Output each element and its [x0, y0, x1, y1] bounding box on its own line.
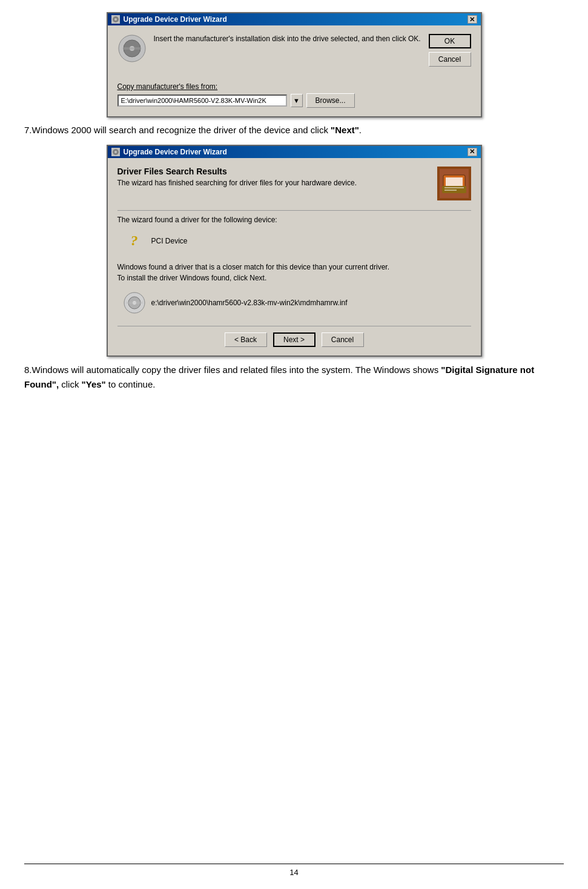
- svg-point-9: [114, 151, 117, 153]
- driver-file-row: e:\driver\win2000\hamr5600-v2.83k-mv-win…: [124, 292, 471, 314]
- dialog1-title-text: Upgrade Device Driver Wizard: [124, 15, 227, 24]
- cancel-button-2[interactable]: Cancel: [322, 332, 364, 347]
- step7-text: 7.Windows 2000 will search and recognize…: [24, 124, 564, 137]
- disk-icon: [117, 34, 147, 63]
- step7-highlight: "Next": [331, 125, 359, 135]
- step8-text-after: to continue.: [106, 379, 156, 389]
- page-footer: 14: [24, 864, 564, 877]
- copy-label-text: Copy manufacturer's files from:: [117, 82, 421, 91]
- driver-match-text: Windows found a driver that is a closer …: [117, 262, 471, 283]
- svg-rect-13: [446, 177, 463, 186]
- driver-results-title: Driver Files Search Results: [117, 167, 357, 176]
- copy-path-input[interactable]: [117, 94, 287, 107]
- step7-text-after: .: [359, 125, 362, 135]
- dialog1-content: Insert the manufacturer's installation d…: [117, 34, 471, 108]
- dialog2-header: Driver Files Search Results The wizard h…: [117, 167, 471, 200]
- step7-text-before: 7.Windows 2000 will search and recognize…: [24, 125, 331, 135]
- svg-rect-16: [444, 190, 457, 191]
- step8-text: 8.Windows will automatically copy the dr…: [24, 363, 564, 392]
- copy-section: Copy manufacturer's files from: ▼ Browse…: [117, 82, 421, 108]
- copy-dropdown-arrow[interactable]: ▼: [291, 94, 303, 107]
- dialog2-title-left: Upgrade Device Driver Wizard: [111, 148, 227, 156]
- match-text-1: Windows found a driver that is a closer …: [117, 262, 471, 273]
- dialog2-titlebar: Upgrade Device Driver Wizard ✕: [108, 146, 481, 158]
- driver-path-text: e:\driver\win2000\hamr5600-v2.83k-mv-win…: [151, 299, 348, 307]
- step8-text-before: 8.Windows will automatically copy the dr…: [24, 365, 441, 375]
- cd-icon: [124, 292, 145, 314]
- hardware-icon: [437, 167, 471, 200]
- dialog-driver-results: Upgrade Device Driver Wizard ✕ Driver Fi…: [107, 145, 482, 357]
- dialog2-found-text: The wizard found a driver for the follow…: [117, 216, 471, 224]
- match-text-2: To install the driver Windows found, cli…: [117, 273, 471, 283]
- cancel-button-1[interactable]: Cancel: [429, 52, 471, 67]
- browse-button[interactable]: Browse...: [306, 93, 355, 108]
- dialog1-titlebar: Upgrade Device Driver Wizard ✕: [108, 13, 481, 25]
- wizard-title-icon: [111, 15, 120, 24]
- wizard-title-icon-2: [111, 148, 120, 156]
- dialog1-title-left: Upgrade Device Driver Wizard: [111, 15, 227, 24]
- dialog2-body: Driver Files Search Results The wizard h…: [108, 158, 481, 355]
- svg-rect-15: [444, 187, 464, 188]
- copy-input-row: ▼ Browse...: [117, 93, 421, 108]
- dialog1-instruction-text: Insert the manufacturer's installation d…: [154, 34, 421, 44]
- dialog2-title-text: Upgrade Device Driver Wizard: [124, 148, 227, 156]
- svg-rect-6: [124, 47, 140, 50]
- pci-device-label: PCI Device: [151, 237, 188, 245]
- dialog1-body: Insert the manufacturer's installation d…: [108, 25, 481, 116]
- dialog-insert-disk: Upgrade Device Driver Wizard ✕ Insert th…: [107, 12, 482, 117]
- dialog2-footer: < Back Next > Cancel: [117, 326, 471, 347]
- next-button[interactable]: Next >: [273, 332, 315, 347]
- dialog2-close-button[interactable]: ✕: [467, 148, 477, 156]
- pci-device-row: ? PCI Device: [124, 230, 471, 252]
- step8-text-middle: click: [59, 379, 82, 389]
- svg-point-2: [114, 18, 117, 21]
- divider-1: [117, 210, 471, 211]
- question-mark-icon: ?: [124, 230, 145, 252]
- ok-button[interactable]: OK: [429, 34, 471, 48]
- back-button[interactable]: < Back: [225, 332, 267, 347]
- step8-highlight2: "Yes": [82, 379, 106, 389]
- dialog1-buttons: OK Cancel: [429, 34, 471, 108]
- svg-rect-20: [126, 302, 143, 304]
- dialog1-close-button[interactable]: ✕: [467, 15, 477, 24]
- driver-results-desc: The wizard has finished searching for dr…: [117, 179, 357, 187]
- dialog2-header-text: Driver Files Search Results The wizard h…: [117, 167, 357, 187]
- page-number: 14: [289, 868, 298, 877]
